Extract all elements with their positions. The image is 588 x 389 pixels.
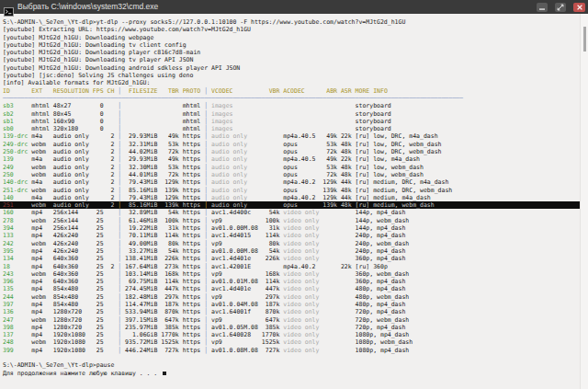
vertical-scrollbar[interactable]	[580, 14, 588, 389]
pause-prompt-text: S:\-ADMIN-\_Se7en_\Yt-dlp>pause	[3, 361, 114, 369]
log-line: [youtube] MJtG2d_h1GU: Downloading playe…	[3, 49, 580, 56]
format-row: 139-drc m4a audio only 2 │ 29.93MiB 49k …	[3, 132, 580, 140]
log-line: [info] Available formats for MJtG2d_h1GU…	[3, 79, 580, 86]
format-row: 18 mp4 640x360 25 2 │ 167.64MiB 273k htt…	[3, 263, 580, 270]
console-output[interactable]: S:\-ADMIN-\_Se7en_\Yt-dlp>yt-dlp --proxy…	[0, 14, 588, 389]
format-row: 160 mp4 256x144 25 │ 32.89MiB 54k https …	[3, 209, 580, 216]
cmd-window: Выбрать C:\windows\system32\cmd.exe	[0, 0, 588, 389]
format-table-header: ID EXT RESOLUTION FPS CH │ FILESIZE TBR …	[3, 87, 580, 95]
format-row: 398 mp4 1280x720 25 │ 235.97MiB 385k htt…	[3, 324, 580, 331]
format-row: 139 m4a audio only 2 │ 29.93MiB 49k http…	[3, 155, 580, 163]
format-row: 140 m4a audio only 2 │ 79.43MiB 129k htt…	[3, 194, 580, 201]
press-any-key-text: Для продолжения нажмите любую клавишу . …	[3, 370, 161, 377]
format-row: 244 webm 854x480 25 │ 182.48MiB 297k htt…	[3, 293, 580, 301]
log-line: [youtube] Extracting URL: https://www.yo…	[3, 26, 580, 33]
log-line: [youtube] MJtG2d_h1GU: Downloading tv pl…	[3, 56, 580, 63]
format-row: sb2 mhtml 80x45 0 │ mhtml │ images story…	[3, 110, 580, 118]
format-row: 140-drc m4a audio only 2 │ 79.43MiB 129k…	[3, 178, 580, 186]
format-row: 243 webm 640x360 25 │ 103.14MiB 168k htt…	[3, 270, 580, 278]
format-row: 251-drc webm audio only 2 │ 85.16MiB 139…	[3, 187, 580, 194]
format-row: 278 webm 256x144 25 │ 61.46MiB 100k http…	[3, 217, 580, 224]
format-row: 249 webm audio only 2 │ 32.30MiB 53k htt…	[3, 164, 580, 171]
format-row: sb3 mhtml 48x27 0 │ mhtml │ images story…	[3, 102, 580, 109]
close-icon	[576, 4, 583, 11]
log-line: [youtube] MJtG2d_h1GU: Downloading tv cl…	[3, 41, 580, 49]
format-row: 135 mp4 854x480 25 │ 274.45MiB 447k http…	[3, 285, 580, 292]
format-row: 399 mp4 1920x1080 25 │ 446.24MiB 727k ht…	[3, 347, 580, 354]
blank-line	[3, 354, 580, 361]
window-controls	[537, 3, 585, 12]
log-line: S:\-ADMIN-\_Se7en_\Yt-dlp>yt-dlp --proxy…	[3, 18, 580, 26]
scrollbar-thumb[interactable]	[583, 27, 586, 51]
close-button[interactable]	[573, 3, 585, 12]
cmd-prompt-icon	[4, 3, 14, 12]
text-cursor	[163, 372, 166, 374]
log-line: [youtube] [jsc:deno] Solving JS challeng…	[3, 72, 580, 79]
title-bar[interactable]: Выбрать C:\windows\system32\cmd.exe	[0, 0, 588, 14]
format-row: sb1 mhtml 160x90 0 │ mhtml │ images stor…	[3, 118, 580, 125]
prompt-pause-line: S:\-ADMIN-\_Se7en_\Yt-dlp>pause	[3, 361, 580, 369]
format-row: 133 mp4 426x240 25 │ 70.11MiB 114k https…	[3, 232, 580, 239]
format-row: 136 mp4 1280x720 25 │ 533.94MiB 870k htt…	[3, 308, 580, 315]
format-row: 395 mp4 426x240 25 │ 33.27MiB 54k https …	[3, 247, 580, 255]
format-row: 250 webm audio only 2 │ 44.01MiB 72k htt…	[3, 171, 580, 178]
log-line: [youtube] MJtG2d_h1GU: Downloading webpa…	[3, 34, 580, 41]
format-row: 248 webm 1920x1080 25 │ 935.72MiB 1525k …	[3, 338, 580, 346]
format-row: 134 mp4 640x360 25 │ 138.41MiB 226k http…	[3, 255, 580, 262]
restore-button[interactable]	[555, 3, 566, 12]
window-title: Выбрать C:\windows\system32\cmd.exe	[17, 0, 537, 14]
log-line: [youtube] MJtG2d_h1GU: Downloading andro…	[3, 64, 580, 72]
minimize-icon	[538, 4, 546, 11]
press-any-key-line: Для продолжения нажмите любую клавишу . …	[3, 370, 580, 377]
format-row: 247 webm 1280x720 25 │ 397.15MiB 647k ht…	[3, 316, 580, 324]
restore-icon	[557, 4, 564, 11]
format-row: 242 webm 426x240 25 │ 49.00MiB 80k https…	[3, 240, 580, 247]
console-lines: S:\-ADMIN-\_Se7en_\Yt-dlp>yt-dlp --proxy…	[3, 18, 580, 354]
minimize-button[interactable]	[537, 3, 548, 12]
format-row: 249-drc webm audio only 2 │ 32.31MiB 53k…	[3, 141, 580, 148]
